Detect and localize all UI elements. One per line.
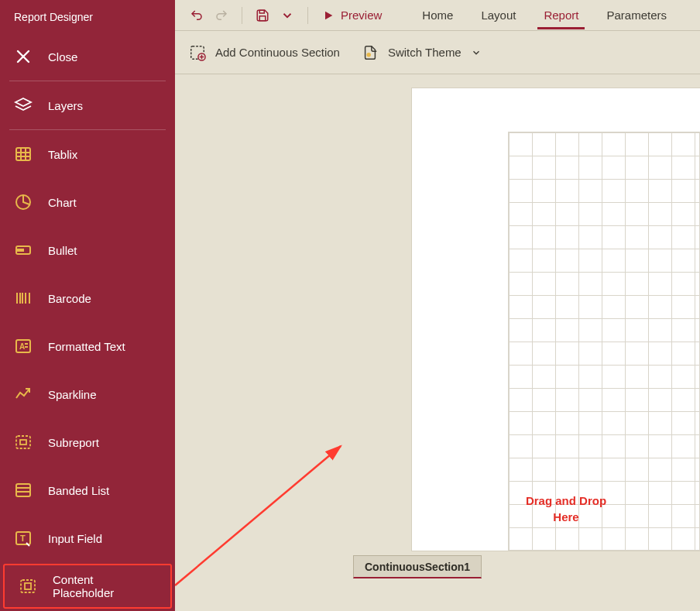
svg-marker-2 xyxy=(15,98,31,106)
tab-layout[interactable]: Layout xyxy=(467,1,530,29)
ribbon-label: Add Continuous Section xyxy=(215,46,340,59)
sidebar-item-content-placeholder[interactable]: Content Placeholder xyxy=(3,564,172,609)
svg-rect-21 xyxy=(20,440,26,445)
switch-theme-button[interactable]: Switch Theme xyxy=(362,39,482,67)
tab-home[interactable]: Home xyxy=(408,1,467,29)
barcode-icon xyxy=(14,289,33,307)
input-field-icon: T xyxy=(14,529,33,547)
sidebar-item-label: Sparkline xyxy=(48,388,97,401)
save-button[interactable] xyxy=(252,4,273,27)
svg-point-36 xyxy=(366,53,371,57)
sidebar-item-label: Formatted Text xyxy=(48,340,125,353)
app-title: Report Designer xyxy=(0,0,175,33)
svg-text:A: A xyxy=(19,342,25,351)
sidebar-item-input-field[interactable]: T Input Field xyxy=(0,514,175,562)
svg-rect-28 xyxy=(25,583,31,589)
svg-text:T: T xyxy=(20,534,26,543)
chart-icon xyxy=(14,193,33,211)
close-icon xyxy=(14,47,33,66)
subreport-icon xyxy=(14,433,33,451)
svg-rect-30 xyxy=(259,15,266,20)
preview-button[interactable]: Preview xyxy=(317,1,396,29)
add-continuous-section-button[interactable]: Add Continuous Section xyxy=(189,39,340,67)
theme-icon xyxy=(362,44,379,61)
sidebar-item-label: Chart xyxy=(48,196,77,209)
sparkline-icon xyxy=(14,385,33,403)
sidebar: Report Designer Close Layers Tablix xyxy=(0,0,175,611)
chevron-down-icon xyxy=(471,47,482,58)
topbar: Preview Home Layout Report Parameters xyxy=(175,0,700,31)
bullet-icon xyxy=(14,241,33,259)
redo-button[interactable] xyxy=(211,4,232,27)
svg-rect-10 xyxy=(16,249,24,252)
svg-rect-29 xyxy=(259,10,264,13)
sidebar-item-label: Banded List xyxy=(48,484,109,497)
save-dropdown-button[interactable] xyxy=(276,4,298,27)
svg-rect-20 xyxy=(16,436,30,448)
drop-hint-annotation: Drag and Drop Here xyxy=(516,493,616,525)
sidebar-item-label: Bullet xyxy=(48,244,77,257)
svg-rect-27 xyxy=(21,580,35,592)
sidebar-item-label: Content Placeholder xyxy=(53,573,156,599)
section-tab-continuous1[interactable]: ContinuousSection1 xyxy=(353,555,482,578)
sidebar-item-label: Tablix xyxy=(48,148,77,161)
svg-rect-3 xyxy=(16,148,30,160)
sidebar-item-layers[interactable]: Layers xyxy=(0,81,175,129)
sidebar-item-label: Barcode xyxy=(48,292,91,305)
design-grid[interactable] xyxy=(508,132,700,551)
sidebar-item-label: Close xyxy=(48,50,77,64)
canvas: Drag and Drop Here ContinuousSection1 xyxy=(175,74,700,611)
sidebar-item-tablix[interactable]: Tablix xyxy=(0,130,175,178)
sidebar-item-label: Input Field xyxy=(48,532,102,545)
sidebar-item-label: Subreport xyxy=(48,436,99,449)
tab-parameters[interactable]: Parameters xyxy=(592,1,681,29)
layers-icon xyxy=(14,96,33,115)
sidebar-item-sparkline[interactable]: Sparkline xyxy=(0,370,175,418)
svg-rect-22 xyxy=(16,484,30,496)
ribbon: Add Continuous Section Switch Theme xyxy=(175,31,700,74)
sidebar-item-bullet[interactable]: Bullet xyxy=(0,226,175,274)
tabs: Home Layout Report Parameters xyxy=(408,1,681,29)
sidebar-item-barcode[interactable]: Barcode xyxy=(0,274,175,322)
tab-report[interactable]: Report xyxy=(530,1,592,29)
banded-list-icon xyxy=(14,481,33,499)
content-placeholder-icon xyxy=(19,577,37,596)
undo-button[interactable] xyxy=(186,4,208,27)
svg-line-37 xyxy=(175,446,341,585)
sidebar-item-formatted-text[interactable]: A Formatted Text xyxy=(0,322,175,370)
preview-label: Preview xyxy=(341,9,382,22)
sidebar-item-close[interactable]: Close xyxy=(0,33,175,81)
tablix-icon xyxy=(14,145,33,163)
ribbon-label: Switch Theme xyxy=(388,46,462,59)
sidebar-item-label: Layers xyxy=(48,99,83,112)
main-area: Preview Home Layout Report Parameters Ad… xyxy=(175,0,700,611)
sidebar-item-banded-list[interactable]: Banded List xyxy=(0,466,175,514)
sidebar-item-subreport[interactable]: Subreport xyxy=(0,418,175,466)
add-section-icon xyxy=(189,44,206,61)
sidebar-item-chart[interactable]: Chart xyxy=(0,178,175,226)
section-tabs: ContinuousSection1 xyxy=(353,555,482,578)
formatted-text-icon: A xyxy=(14,337,33,355)
svg-marker-31 xyxy=(325,11,332,19)
